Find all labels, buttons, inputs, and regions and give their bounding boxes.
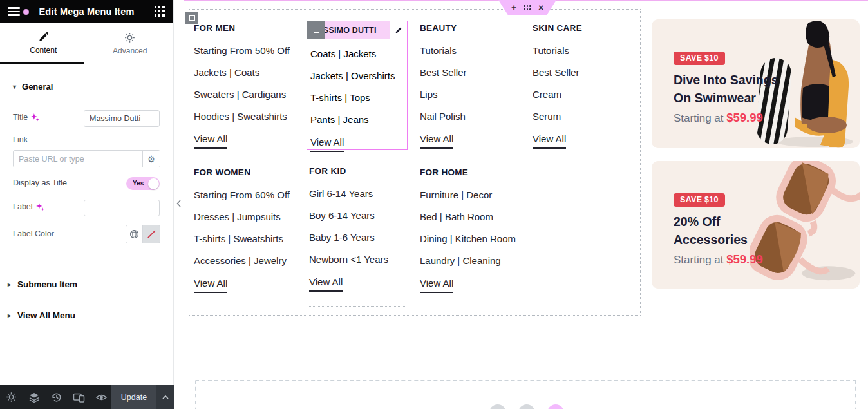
- menu-link[interactable]: Starting From 50% Off: [194, 43, 303, 59]
- save-badge: SAVE $10: [674, 193, 725, 207]
- menu-link[interactable]: Starting From 60% Off: [194, 187, 293, 204]
- promo-title: 20% Off Accessories: [674, 213, 748, 249]
- menu-columns-container: FOR MEN Starting From 50% Off Jackets | …: [189, 9, 641, 316]
- drag-dots-icon[interactable]: [524, 5, 531, 10]
- label-color-control: [126, 225, 160, 243]
- widget-drag-handle-icon[interactable]: [307, 21, 325, 39]
- menu-heading: BEAUTY: [420, 23, 516, 34]
- update-button[interactable]: Update: [111, 385, 156, 409]
- general-section-header[interactable]: ▾ General: [13, 82, 53, 91]
- link-options-gear-icon[interactable]: ⚙: [142, 151, 160, 167]
- submenu-item-title: Submenu Item: [17, 280, 77, 289]
- widgets-grid-icon[interactable]: [155, 6, 165, 17]
- menu-link[interactable]: Pants | Jeans: [310, 111, 406, 128]
- ai-sparkle-icon[interactable]: [36, 203, 44, 211]
- panel-collapse-arrow[interactable]: [174, 195, 183, 212]
- active-tab-underline: [0, 62, 84, 64]
- title-field-label: Title: [13, 113, 39, 122]
- link-url-input[interactable]: [14, 151, 142, 167]
- menu-link[interactable]: Girl 6-14 Years: [309, 185, 406, 202]
- label-input[interactable]: [84, 200, 160, 216]
- menu-link[interactable]: Laundry | Cleaning: [420, 252, 533, 269]
- promo-price-row: Starting at $59.99: [674, 252, 763, 267]
- panel-header: Edit Mega Menu Item: [0, 0, 173, 23]
- pencil-icon: [38, 32, 48, 43]
- view-all-menu-title: View All Menu: [17, 310, 75, 320]
- menu-link[interactable]: Coats | Jackets: [310, 46, 406, 62]
- promo-price-row: Starting at $59.99: [674, 111, 763, 125]
- menu-link[interactable]: Tutorials: [420, 43, 516, 59]
- view-all-menu-section[interactable]: ▸ View All Menu: [8, 310, 75, 320]
- menu-link[interactable]: Tutorials: [533, 43, 629, 59]
- view-all-link[interactable]: View All: [194, 132, 227, 149]
- editor-canvas: + × FOR MEN Starting From 50% Off Jacket…: [174, 0, 868, 409]
- ai-sparkle-icon[interactable]: [31, 113, 39, 122]
- promo-card-accessories[interactable]: SAVE $10 20% Off Accessories Starting at…: [652, 161, 860, 289]
- settings-gear-icon[interactable]: [0, 385, 23, 409]
- menu-link[interactable]: Dresses | Jumpsuits: [194, 209, 293, 225]
- menu-link[interactable]: Jackets | Overshirts: [310, 68, 406, 84]
- gear-icon: [124, 32, 135, 43]
- view-all-link[interactable]: View All: [533, 132, 566, 149]
- preview-eye-icon[interactable]: [90, 385, 113, 409]
- edit-pencil-icon[interactable]: [390, 21, 407, 39]
- view-all-link[interactable]: View All: [194, 276, 227, 293]
- tab-advanced-label: Advanced: [113, 46, 147, 55]
- display-as-title-label: Display as Title: [13, 178, 67, 187]
- menu-heading: FOR MEN: [194, 23, 303, 34]
- view-all-link[interactable]: View All: [420, 276, 453, 293]
- menu-link[interactable]: Cream: [533, 86, 629, 103]
- elementor-panel: Edit Mega Menu Item Content Advanced ▾ G…: [0, 0, 174, 409]
- menu-link[interactable]: Boy 6-14 Years: [309, 207, 406, 224]
- container-drag-handle-icon[interactable]: [185, 12, 198, 24]
- menu-link[interactable]: Best Seller: [533, 64, 629, 81]
- tab-advanced[interactable]: Advanced: [87, 23, 174, 64]
- toggle-knob: [148, 178, 159, 189]
- divider: [0, 300, 174, 300]
- section-toolbar: + ×: [498, 0, 556, 15]
- menu-link[interactable]: T-shirts | Tops: [310, 90, 406, 106]
- menu-link[interactable]: Accessories | Jewelry: [194, 252, 293, 269]
- global-color-globe-icon[interactable]: [126, 225, 143, 243]
- menu-column-for-kid: FOR KID Girl 6-14 Years Boy 6-14 Years B…: [309, 166, 406, 292]
- view-all-link[interactable]: View All: [309, 275, 343, 292]
- menu-link[interactable]: Best Seller: [420, 64, 516, 81]
- caret-right-icon: ▸: [8, 281, 11, 288]
- panel-title: Edit Mega Menu Item: [0, 6, 173, 17]
- menu-link[interactable]: Nail Polish: [420, 108, 516, 125]
- menu-link[interactable]: Jackets | Coats: [194, 64, 303, 81]
- menu-heading: SKIN CARE: [533, 23, 629, 34]
- selected-widget-massimo-dutti[interactable]: MASSIMO DUTTI Coats | Jackets Jackets | …: [307, 21, 408, 150]
- display-as-title-toggle[interactable]: Yes: [126, 177, 160, 190]
- submenu-item-section[interactable]: ▸ Submenu Item: [8, 280, 77, 289]
- menu-link[interactable]: Lips: [420, 86, 516, 103]
- chevron-up-icon[interactable]: [156, 385, 174, 409]
- responsive-mode-icon[interactable]: [68, 385, 90, 409]
- panel-footer: Update: [0, 385, 174, 409]
- close-icon[interactable]: ×: [538, 3, 543, 12]
- label-color-label: Label Color: [13, 229, 54, 238]
- menu-link[interactable]: Bed | Bath Room: [420, 209, 533, 225]
- promo-price: $59.99: [726, 252, 763, 266]
- promo-card-swimwear[interactable]: SAVE $10 Dive Into Savings On Swimwear S…: [652, 19, 860, 148]
- navigator-layers-icon[interactable]: [23, 385, 45, 409]
- menu-link[interactable]: T-shirts | Sweatshirts: [194, 231, 293, 247]
- menu-link[interactable]: Furniture | Decor: [420, 187, 533, 204]
- menu-link[interactable]: Sweaters | Cardigans: [194, 86, 303, 103]
- menu-link[interactable]: Serum: [533, 108, 629, 125]
- tab-content[interactable]: Content: [0, 23, 87, 64]
- view-all-link[interactable]: View All: [310, 135, 344, 152]
- view-all-link[interactable]: View All: [420, 132, 453, 149]
- menu-column-for-men: FOR MEN Starting From 50% Off Jackets | …: [194, 23, 303, 149]
- menu-heading: FOR HOME: [420, 167, 533, 178]
- menu-link[interactable]: Hoodies | Sweatshirts: [194, 108, 303, 125]
- menu-link[interactable]: Newborn <1 Years: [309, 251, 406, 268]
- history-icon[interactable]: [45, 385, 68, 409]
- menu-link[interactable]: Baby 1-6 Years: [309, 229, 406, 246]
- promo-price: $59.99: [726, 111, 763, 124]
- save-badge: SAVE $10: [674, 52, 725, 65]
- title-input[interactable]: [84, 110, 160, 127]
- no-color-icon[interactable]: [143, 225, 160, 243]
- add-container-icon[interactable]: +: [511, 3, 516, 12]
- menu-link[interactable]: Dining | Kitchen Room: [420, 231, 533, 247]
